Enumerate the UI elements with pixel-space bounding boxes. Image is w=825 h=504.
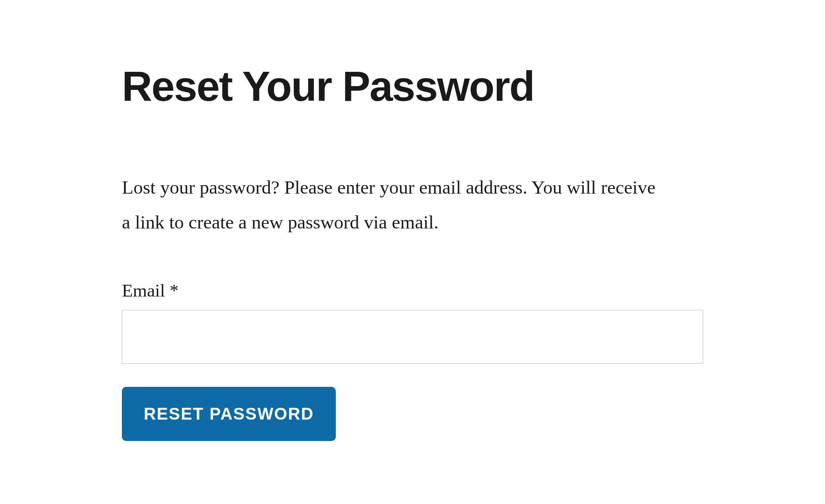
page-title: Reset Your Password — [122, 63, 703, 109]
reset-password-container: Reset Your Password Lost your password? … — [0, 0, 825, 441]
instruction-text: Lost your password? Please enter your em… — [122, 170, 660, 240]
required-asterisk: * — [169, 281, 179, 300]
email-label: Email * — [122, 280, 703, 301]
email-input[interactable] — [122, 310, 703, 364]
email-form-group: Email * — [122, 280, 703, 364]
email-label-text: Email — [122, 281, 169, 300]
reset-password-button[interactable]: RESET PASSWORD — [122, 387, 336, 441]
